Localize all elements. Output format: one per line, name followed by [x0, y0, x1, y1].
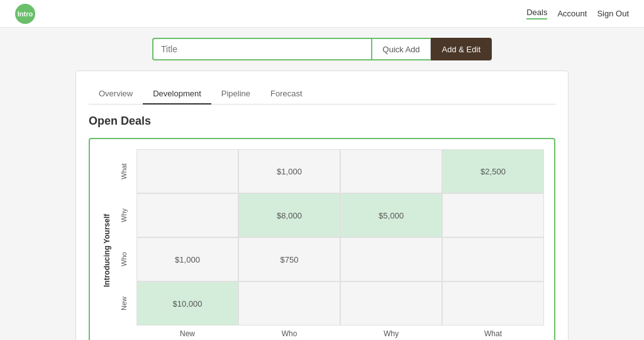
cell-0-2[interactable]: $1,000	[238, 149, 340, 193]
cell-1-1[interactable]	[136, 193, 238, 237]
cell-1-4[interactable]	[442, 193, 544, 237]
tab-pipeline[interactable]: Pipeline	[211, 84, 260, 105]
matrix-right: What $1,000 $2,500 Why $8,000 $5,000	[111, 149, 544, 340]
open-deals-title: Open Deals	[89, 115, 555, 128]
row-label-new: New	[111, 281, 136, 326]
tabs: Overview Development Pipeline Forecast	[89, 84, 555, 105]
nav-signout[interactable]: Sign Out	[597, 9, 629, 18]
cell-2-4[interactable]	[442, 237, 544, 281]
cell-0-1[interactable]	[136, 149, 238, 193]
cell-1-3[interactable]: $5,000	[340, 193, 442, 237]
cell-1-2[interactable]: $8,000	[238, 193, 340, 237]
cell-2-1[interactable]: $1,000	[136, 237, 238, 281]
col-label-who: Who	[238, 329, 340, 338]
cell-3-2[interactable]	[238, 281, 340, 326]
row-label-why: Why	[111, 193, 136, 237]
cell-3-1[interactable]: $10,000	[136, 281, 238, 326]
matrix-inner: Introducing Yourself What $1,000 $2,500 …	[100, 149, 544, 340]
cell-2-2[interactable]: $750	[238, 237, 340, 281]
col-label-new: New	[136, 329, 238, 338]
tab-forecast[interactable]: Forecast	[260, 84, 313, 105]
tab-overview[interactable]: Overview	[89, 84, 143, 105]
top-nav: Intro Deals Account Sign Out	[0, 0, 644, 28]
col-label-empty	[111, 329, 136, 338]
main-content: Quick Add Add & Edit Overview Developmen…	[0, 28, 644, 340]
y-axis-label: Introducing Yourself	[100, 149, 111, 340]
cell-3-4[interactable]	[442, 281, 544, 326]
quick-add-bar: Quick Add Add & Edit	[152, 38, 492, 60]
nav-links: Deals Account Sign Out	[526, 8, 629, 20]
quick-add-button[interactable]: Quick Add	[371, 38, 430, 60]
row-label-who: Who	[111, 237, 136, 281]
nav-account[interactable]: Account	[557, 9, 587, 18]
col-label-why: Why	[340, 329, 442, 338]
row-label-what: What	[111, 149, 136, 193]
nav-deals[interactable]: Deals	[526, 8, 547, 20]
cell-0-4[interactable]: $2,500	[442, 149, 544, 193]
matrix-grid: What $1,000 $2,500 Why $8,000 $5,000	[111, 149, 544, 326]
title-input[interactable]	[152, 38, 371, 60]
cell-3-3[interactable]	[340, 281, 442, 326]
col-labels: New Who Why What	[111, 329, 544, 338]
col-label-what: What	[442, 329, 544, 338]
cell-0-3[interactable]	[340, 149, 442, 193]
add-edit-button[interactable]: Add & Edit	[431, 38, 492, 60]
logo: Intro	[15, 4, 35, 24]
tab-development[interactable]: Development	[143, 84, 211, 105]
main-card: Overview Development Pipeline Forecast O…	[75, 71, 569, 340]
cell-2-3[interactable]	[340, 237, 442, 281]
matrix-container: Introducing Yourself What $1,000 $2,500 …	[89, 138, 555, 340]
